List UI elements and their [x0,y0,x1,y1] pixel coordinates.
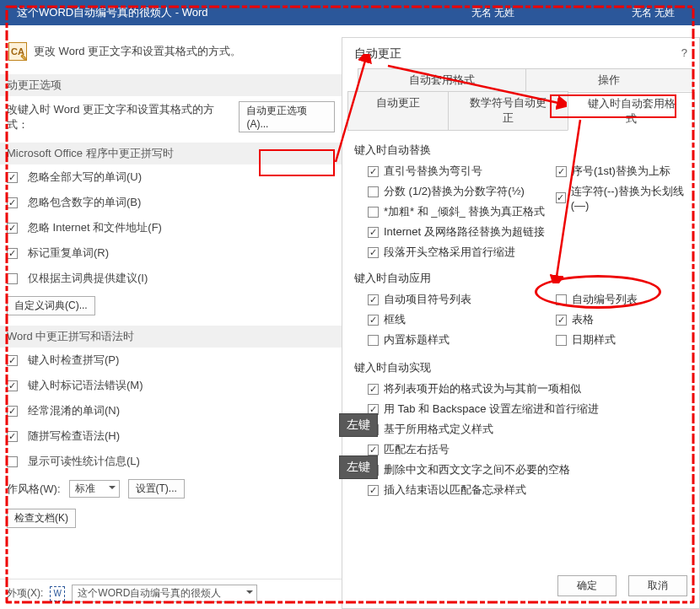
label: 自动编号列表 [572,292,638,307]
label: 忽略 Internet 和文件地址(F) [28,220,162,235]
autocorrect-dialog: 自动更正 ? 自动套用格式 操作 自动更正 数学符号自动更正 键入时自动套用格式… [342,37,700,609]
label: 基于所用格式定义样式 [384,422,493,437]
cb-heading-styles[interactable]: 内置标题样式 [368,330,556,350]
tab-autocorrect[interactable]: 自动更正 [347,91,449,130]
checkbox-icon[interactable] [7,431,18,442]
checkbox-icon[interactable] [556,335,567,346]
user-name-1[interactable]: 无名 无姓 [471,6,514,20]
checkbox-icon[interactable] [368,186,379,197]
checkbox-icon[interactable] [7,273,18,284]
checkbox-icon[interactable] [7,406,18,417]
checkbox-icon[interactable] [368,294,379,305]
cb-match-brackets[interactable]: 匹配左右括号 [368,439,687,460]
tab-autoformat[interactable]: 自动套用格式 [358,68,525,91]
cb-define-styles[interactable]: 基于所用格式定义样式 [368,419,687,439]
cb-straight-quotes[interactable]: 直引号替换为弯引号 [368,161,556,181]
checkbox-icon[interactable] [368,227,379,238]
writing-style-settings-button[interactable]: 设置(T)... [128,479,185,499]
cb-tab-backspace-indent[interactable]: 用 Tab 和 Backspace 设置左缩进和首行缩进 [368,399,687,419]
checkbox-icon[interactable] [368,315,379,326]
click-tag-1: 左键 [339,413,378,437]
cb-mark-grammar[interactable]: 键入时标记语法错误(M) [0,373,342,398]
section-office-spelling-title: Microsoft Office 程序中更正拼写时 [0,143,342,164]
section-word-spelling-title: Word 中更正拼写和语法时 [0,326,342,348]
dialog-title: 自动更正 [342,38,699,68]
autocorrect-options-button[interactable]: 自动更正选项(A)... [239,101,335,132]
cancel-button[interactable]: 取消 [628,575,687,596]
autocorrect-icon: CA [8,42,27,61]
cb-confused-words[interactable]: 经常混淆的单词(N) [0,398,342,423]
checkbox-icon[interactable] [7,223,18,234]
tab-math-autocorrect[interactable]: 数学符号自动更正 [448,91,568,130]
options-pane: CA 更改 Word 更正文字和设置其格式的方式。 动更正选项 改键入时 Wor… [0,25,342,609]
cb-list-format[interactable]: 将列表项开始的格式设为与其前一项相似 [368,379,687,399]
checkbox-icon[interactable] [7,380,18,391]
checkbox-icon[interactable] [556,192,566,203]
cb-bold-italic[interactable]: *加粗* 和 _倾斜_ 替换为真正格式 [368,202,556,222]
autocorrect-row-label: 改键入时 Word 更正文字和设置其格式的方式： [7,102,230,132]
checkbox-icon[interactable] [368,445,379,455]
section-autocorrect-title: 动更正选项 [0,74,342,96]
checkbox-icon[interactable] [556,166,567,177]
cb-first-line-indent[interactable]: 段落开头空格采用首行缩进 [368,242,556,262]
proofing-header-text: 更改 Word 更正文字和设置其格式的方式。 [34,44,241,59]
label: 随拼写检查语法(H) [28,428,120,444]
label: 用 Tab 和 Backspace 设置左缩进和首行缩进 [384,402,599,417]
checkbox-icon[interactable] [368,166,379,177]
label: 标记重复单词(R) [28,245,109,261]
ok-button[interactable]: 确定 [557,575,617,596]
label: 自动项目符号列表 [384,292,471,307]
checkbox-icon[interactable] [368,335,379,346]
label: 匹配左右括号 [384,442,450,457]
label: 序号(1st)替换为上标 [572,164,670,179]
exceptions-doc-select[interactable]: 这个WORD自动编号真的很烦人 [72,585,257,602]
cb-auto-bullet-list[interactable]: 自动项目符号列表 [368,289,556,310]
sec-apply-heading: 键入时自动应用 [354,271,687,286]
doc-title: 这个WORD自动编号真的很烦人 - Word [17,5,471,20]
cb-check-spelling[interactable]: 键入时检查拼写(P) [0,348,342,373]
cb-check-grammar[interactable]: 随拼写检查语法(H) [0,423,342,449]
recheck-document-button[interactable]: 检查文档(K) [7,509,76,528]
checkbox-icon[interactable] [556,315,567,326]
label: 表格 [572,312,594,327]
cb-ordinal-superscript[interactable]: 序号(1st)替换为上标 [556,161,687,181]
cb-main-dict-only[interactable]: 仅根据主词典提供建议(I) [0,266,342,291]
cb-delete-space-cjk[interactable]: 删除中文和西文文字之间不必要的空格 [368,460,687,480]
cb-border-lines[interactable]: 框线 [368,310,556,330]
exceptions-row: 外项(X): W 这个WORD自动编号真的很烦人 [0,579,342,602]
checkbox-icon[interactable] [368,247,379,258]
checkbox-icon[interactable] [368,485,379,496]
custom-dictionaries-button[interactable]: 自定义词典(C)... [7,296,95,315]
cb-flag-repeated[interactable]: 标记重复单词(R) [0,240,342,266]
checkbox-icon[interactable] [368,207,379,218]
click-tag-2: 左键 [339,455,378,479]
user-name-2[interactable]: 无名 无姓 [632,6,675,20]
checkbox-icon[interactable] [7,248,18,259]
tabs-row-bottom: 自动更正 数学符号自动更正 键入时自动套用格式 [347,91,694,131]
cb-hyphens-dash[interactable]: 连字符(--)替换为长划线(—) [556,181,687,214]
cb-fractions[interactable]: 分数 (1/2)替换为分数字符(½) [368,181,556,202]
checkbox-icon[interactable] [368,384,379,395]
checkbox-icon[interactable] [7,172,18,183]
label: 框线 [384,312,406,327]
cb-auto-number-list[interactable]: 自动编号列表 [556,289,687,310]
cb-ignore-numbers[interactable]: 忽略包含数字的单词(B) [0,190,342,215]
label: 忽略包含数字的单词(B) [28,195,141,210]
help-icon[interactable]: ? [681,46,687,59]
writing-style-select[interactable]: 标准 [69,480,120,498]
cb-tables[interactable]: 表格 [556,310,687,330]
cb-memo-closing[interactable]: 插入结束语以匹配备忘录样式 [368,480,687,500]
checkbox-icon[interactable] [7,355,18,366]
cb-readability-stats[interactable]: 显示可读性统计信息(L) [0,449,342,474]
checkbox-icon[interactable] [7,456,18,467]
tab-autoformat-as-you-type[interactable]: 键入时自动套用格式 [568,92,695,131]
proofing-header: CA 更改 Word 更正文字和设置其格式的方式。 [0,25,342,69]
checkbox-icon[interactable] [556,294,567,305]
checkbox-icon[interactable] [7,197,18,208]
label: 键入时检查拼写(P) [28,353,119,368]
cb-ignore-uppercase[interactable]: 忽略全部大写的单词(U) [0,164,342,190]
cb-ignore-internet[interactable]: 忽略 Internet 和文件地址(F) [0,215,342,240]
cb-date-style[interactable]: 日期样式 [556,330,687,350]
cb-internet-links[interactable]: Internet 及网络路径替换为超链接 [368,222,556,242]
tab-actions[interactable]: 操作 [525,68,693,91]
